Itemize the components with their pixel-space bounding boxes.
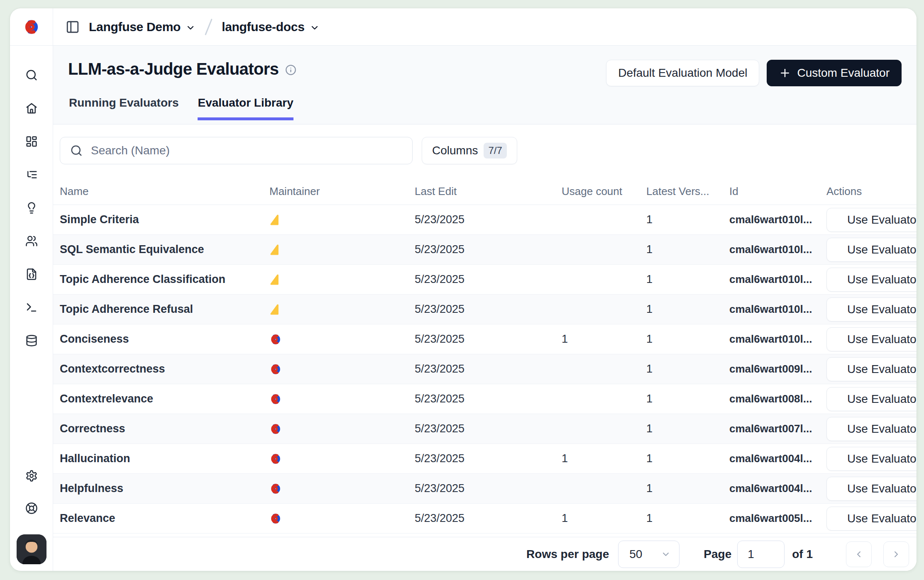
use-evaluator-button[interactable]: Use Evaluator: [826, 447, 917, 471]
table-row: Relevance 5/23/2025 1 1 cmal6wart005l...…: [53, 504, 917, 534]
row-name: Helpfulness: [60, 482, 269, 495]
row-usage-count: 1: [562, 452, 646, 465]
page-label: Page: [704, 548, 731, 561]
lightbulb-icon[interactable]: [25, 202, 38, 214]
app-window: Langfuse Demo langfuse-docs LLM-as-a-Jud…: [10, 8, 917, 571]
table-row: Simple Criteria 5/23/2025 1 cmal6wart010…: [53, 205, 917, 235]
custom-evaluator-button[interactable]: Custom Evaluator: [767, 60, 902, 86]
row-id: cmal6wart010l...: [729, 243, 826, 256]
pagination-bar: Rows per page 50 Page of 1: [53, 537, 917, 571]
page-number-input[interactable]: [737, 541, 785, 568]
dashboard-icon[interactable]: [25, 135, 38, 148]
use-evaluator-button[interactable]: Use Evaluator: [826, 208, 917, 232]
row-latest-version: 1: [646, 303, 729, 316]
use-evaluator-button[interactable]: Use Evaluator: [826, 387, 917, 411]
chevron-down-icon: [186, 23, 196, 33]
column-header-latest-version: Latest Vers...: [646, 185, 729, 198]
chevron-down-icon: [661, 549, 671, 559]
breadcrumb-separator: [205, 18, 213, 35]
previous-page-button[interactable]: [846, 541, 872, 567]
database-icon[interactable]: [25, 334, 38, 347]
use-evaluator-button[interactable]: Use Evaluator: [826, 417, 917, 441]
home-icon[interactable]: [25, 102, 38, 115]
row-last-edit: 5/23/2025: [415, 363, 562, 375]
columns-button[interactable]: Columns 7/7: [422, 137, 517, 164]
plus-icon: [779, 67, 791, 79]
row-last-edit: 5/23/2025: [415, 512, 562, 525]
lifebuoy-icon[interactable]: [25, 502, 38, 514]
table-row: Correctness 5/23/2025 1 cmal6wart007l...…: [53, 414, 917, 444]
row-name: Conciseness: [60, 333, 269, 346]
column-header-last-edit: Last Edit: [415, 185, 562, 198]
row-name: Contextrelevance: [60, 392, 269, 405]
use-evaluator-button[interactable]: Use Evaluator: [826, 238, 917, 262]
table-row: SQL Semantic Equivalence 5/23/2025 1 cma…: [53, 235, 917, 265]
search-icon: [70, 144, 83, 157]
chevron-down-icon: [310, 23, 320, 33]
table-row: Conciseness 5/23/2025 1 1 cmal6wart010l.…: [53, 324, 917, 354]
use-evaluator-button[interactable]: Use Evaluator: [826, 268, 917, 292]
row-latest-version: 1: [646, 452, 729, 465]
column-header-name: Name: [60, 185, 269, 198]
row-last-edit: 5/23/2025: [415, 303, 562, 316]
tab-running-evaluators[interactable]: Running Evaluators: [69, 96, 178, 120]
rows-per-page-select[interactable]: 50: [618, 541, 680, 568]
row-last-edit: 5/23/2025: [415, 243, 562, 256]
maintainer-langfuse-icon: [269, 483, 415, 495]
users-icon[interactable]: [25, 235, 38, 247]
file-json-icon[interactable]: [25, 268, 38, 280]
row-latest-version: 1: [646, 333, 729, 346]
search-input[interactable]: [90, 144, 402, 158]
chevron-right-icon: [891, 549, 901, 559]
use-evaluator-button[interactable]: Use Evaluator: [826, 507, 917, 531]
use-evaluator-button[interactable]: Use Evaluator: [826, 297, 917, 322]
row-usage-count: 1: [562, 333, 646, 346]
tab-evaluator-library[interactable]: Evaluator Library: [198, 96, 293, 120]
row-latest-version: 1: [646, 482, 729, 495]
row-id: cmal6wart010l...: [729, 273, 826, 286]
columns-count-badge: 7/7: [484, 143, 506, 158]
rows-per-page-value: 50: [629, 548, 642, 561]
search-icon[interactable]: [25, 69, 38, 81]
row-usage-count: 1: [562, 512, 646, 525]
custom-evaluator-label: Custom Evaluator: [797, 66, 890, 80]
row-latest-version: 1: [646, 512, 729, 525]
project-name: langfuse-docs: [222, 20, 304, 34]
tree-list-icon[interactable]: [25, 168, 38, 181]
row-name: Simple Criteria: [60, 213, 269, 226]
column-header-actions: Actions: [826, 185, 917, 198]
maintainer-langfuse-icon: [269, 423, 415, 435]
row-id: cmal6wart005l...: [729, 512, 826, 525]
table-row: Hallucination 5/23/2025 1 1 cmal6wart004…: [53, 444, 917, 474]
sidebar-toggle-icon[interactable]: [66, 20, 80, 34]
maintainer-langfuse-icon: [269, 393, 415, 405]
user-avatar[interactable]: [17, 534, 46, 564]
row-id: cmal6wart007l...: [729, 422, 826, 435]
use-evaluator-button[interactable]: Use Evaluator: [826, 477, 917, 501]
row-name: Relevance: [60, 512, 269, 525]
project-switcher[interactable]: langfuse-docs: [222, 20, 319, 34]
settings-icon[interactable]: [25, 470, 38, 482]
langfuse-logo[interactable]: [10, 8, 53, 46]
row-last-edit: 5/23/2025: [415, 273, 562, 286]
use-evaluator-button[interactable]: Use Evaluator: [826, 327, 917, 351]
row-id: cmal6wart010l...: [729, 303, 826, 316]
row-latest-version: 1: [646, 273, 729, 286]
row-name: SQL Semantic Equivalence: [60, 243, 269, 256]
next-page-button[interactable]: [883, 541, 909, 567]
tab-bar: Running Evaluators Evaluator Library: [68, 96, 902, 120]
row-last-edit: 5/23/2025: [415, 333, 562, 346]
default-evaluation-model-button[interactable]: Default Evaluation Model: [606, 60, 759, 86]
table-row: Helpfulness 5/23/2025 1 cmal6wart004l...…: [53, 474, 917, 504]
column-header-maintainer: Maintainer: [269, 185, 415, 198]
rows-per-page-label: Rows per page: [526, 548, 609, 561]
maintainer-langfuse-icon: [269, 363, 415, 375]
use-evaluator-button[interactable]: Use Evaluator: [826, 357, 917, 381]
column-header-usage-count: Usage count: [562, 185, 646, 198]
info-icon[interactable]: [285, 64, 296, 76]
terminal-icon[interactable]: [25, 301, 38, 314]
org-switcher[interactable]: Langfuse Demo: [89, 20, 196, 34]
row-name: Topic Adherence Refusal: [60, 303, 269, 316]
row-last-edit: 5/23/2025: [415, 392, 562, 405]
maintainer-ragas-icon: [269, 303, 415, 316]
